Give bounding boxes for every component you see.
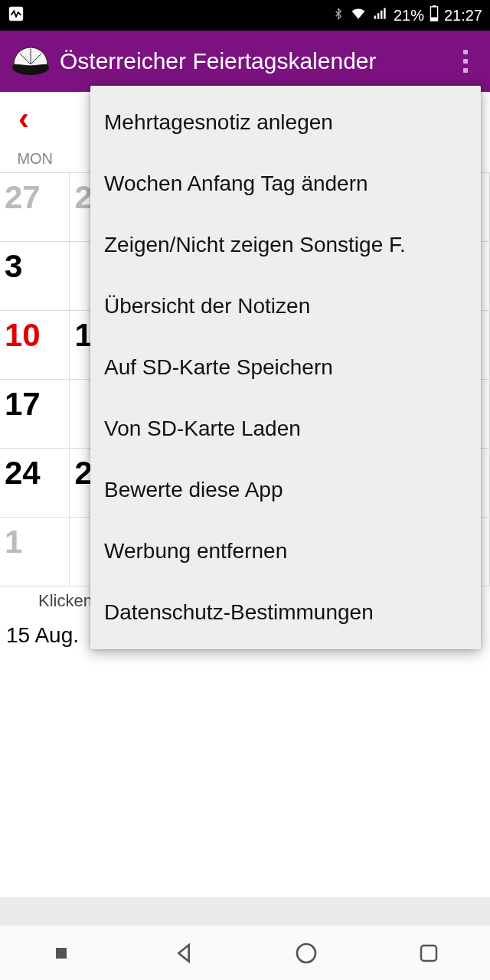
app-logo-icon bbox=[9, 40, 52, 83]
app-title: Österreicher Feiertagskalender bbox=[60, 48, 450, 74]
svg-rect-10 bbox=[421, 946, 436, 961]
nav-home-icon[interactable] bbox=[291, 938, 322, 969]
nav-notification-icon[interactable] bbox=[46, 938, 77, 969]
status-right: 21% 21:27 bbox=[332, 5, 482, 26]
day-cell[interactable]: 27 bbox=[0, 173, 70, 241]
day-cell[interactable]: 1 bbox=[0, 518, 70, 586]
nav-recents-icon[interactable] bbox=[413, 938, 444, 969]
activity-icon bbox=[8, 5, 24, 26]
battery-percent: 21% bbox=[394, 7, 424, 24]
menu-item-week-start[interactable]: Wochen Anfang Tag ändern bbox=[90, 153, 481, 214]
overflow-menu-button[interactable] bbox=[450, 40, 481, 83]
svg-point-9 bbox=[297, 944, 315, 962]
menu-item-load-sd[interactable]: Von SD-Karte Laden bbox=[90, 398, 481, 459]
dow-mon: MON bbox=[0, 145, 70, 172]
overflow-menu-popup: Mehrtagesnotiz anlegen Wochen Anfang Tag… bbox=[90, 86, 481, 649]
menu-item-toggle-other-holidays[interactable]: Zeigen/Nicht zeigen Sonstige F. bbox=[90, 214, 481, 276]
chevron-left-icon[interactable]: ‹ bbox=[18, 100, 29, 137]
android-nav-bar bbox=[0, 925, 490, 980]
menu-item-save-sd[interactable]: Auf SD-Karte Speichern bbox=[90, 337, 481, 398]
menu-item-notes-overview[interactable]: Übersicht der Notizen bbox=[90, 276, 481, 337]
menu-item-privacy[interactable]: Datenschutz-Bestimmungen bbox=[90, 582, 481, 643]
signal-icon bbox=[372, 6, 389, 25]
day-cell[interactable]: 3 bbox=[0, 242, 70, 310]
clock-text: 21:27 bbox=[444, 7, 482, 24]
bluetooth-icon bbox=[332, 5, 345, 26]
svg-rect-0 bbox=[9, 6, 23, 20]
day-cell[interactable]: 17 bbox=[0, 380, 70, 448]
svg-rect-8 bbox=[56, 948, 67, 959]
status-left bbox=[8, 5, 24, 26]
menu-item-remove-ads[interactable]: Werbung entfernen bbox=[90, 521, 481, 582]
svg-rect-3 bbox=[430, 17, 437, 21]
menu-item-rate-app[interactable]: Bewerte diese App bbox=[90, 459, 481, 521]
status-bar: 21% 21:27 bbox=[0, 0, 490, 31]
day-cell-holiday[interactable]: 10 bbox=[0, 311, 70, 379]
nav-back-icon[interactable] bbox=[168, 938, 199, 969]
menu-item-multiday-note[interactable]: Mehrtagesnotiz anlegen bbox=[90, 92, 481, 153]
wifi-icon bbox=[349, 6, 368, 25]
battery-icon bbox=[429, 5, 439, 26]
day-cell[interactable]: 24 bbox=[0, 449, 70, 517]
bottom-pad bbox=[0, 897, 490, 925]
app-bar: Österreicher Feiertagskalender bbox=[0, 31, 490, 92]
